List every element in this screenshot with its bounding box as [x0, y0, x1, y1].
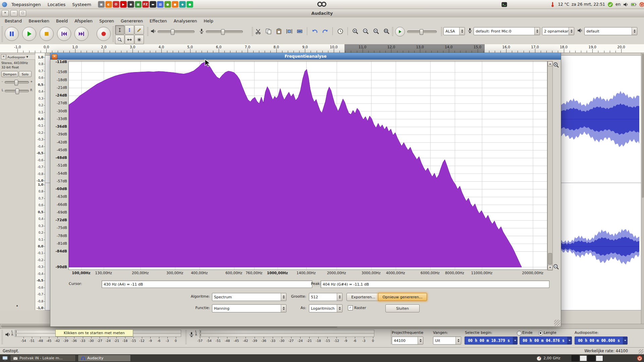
length-radio[interactable]	[538, 331, 543, 336]
zoom-out-icon[interactable]	[362, 27, 370, 35]
audio-position-arrow-icon[interactable]	[623, 337, 627, 344]
terminal-icon[interactable]	[501, 2, 507, 7]
play-speed-thumb[interactable]	[420, 29, 423, 35]
track-collapse-button[interactable]: ▴	[12, 304, 22, 307]
workspace-4[interactable]	[596, 355, 603, 361]
end-radio[interactable]	[517, 331, 522, 336]
audio-host-arrows-icon[interactable]	[459, 27, 465, 35]
text-editor-icon[interactable]: ▤	[157, 1, 164, 8]
selection-start-arrow-icon[interactable]	[513, 337, 517, 344]
copy-icon[interactable]	[264, 27, 272, 35]
plot-scrollbar-thumb[interactable]	[548, 253, 552, 264]
youtube-icon[interactable]: ▶	[120, 1, 127, 8]
volume-icon[interactable]	[623, 2, 629, 7]
firefox-icon[interactable]: ◐	[105, 1, 112, 8]
zoom-tool-button[interactable]	[115, 35, 124, 44]
plot-zoom-in-icon[interactable]	[553, 62, 559, 68]
camera-icon[interactable]: ◉	[127, 1, 134, 8]
distributor-logo-icon[interactable]	[2, 2, 7, 7]
input-device-arrows-icon[interactable]	[534, 27, 540, 35]
workspace-2[interactable]	[580, 355, 587, 361]
size-select[interactable]: 512	[309, 293, 342, 301]
recording-meter-grip[interactable]	[185, 330, 187, 345]
spectrum-plot[interactable]	[68, 61, 547, 270]
tools-toolbar-grip[interactable]	[112, 26, 114, 42]
dialog-titlebar[interactable]: Frequentieanalyse	[50, 53, 561, 60]
taskbar-window-mail[interactable]: Postvak IN - Lokale m...	[10, 355, 76, 362]
menu-genereren[interactable]: Genereren	[117, 18, 146, 24]
teal-app-icon[interactable]: ◆	[179, 1, 186, 8]
ubuntuone-icon[interactable]: ●	[172, 1, 178, 8]
vertical-ruler[interactable]: 1,00,80,70,60,50,40,30,20,10,0-0,1-0,2-0…	[35, 53, 45, 310]
play-button[interactable]	[22, 27, 36, 41]
window-titlebar[interactable]: ✕ — ▢ Audacity	[0, 9, 644, 18]
project-rate-arrows-icon[interactable]	[418, 337, 423, 344]
input-volume-thumb[interactable]	[221, 29, 225, 35]
panel-menu-toepassingen[interactable]: Toepassingen	[8, 1, 44, 8]
redo-icon[interactable]	[321, 27, 329, 35]
peak-readout-field[interactable]: 404 Hz (G#4) = -11,1 dB	[321, 281, 549, 288]
power-icon[interactable]	[639, 2, 644, 7]
trim-icon[interactable]	[285, 27, 293, 35]
pause-button[interactable]	[5, 27, 19, 41]
plot-scroll-up-icon[interactable]: ▲	[548, 61, 552, 66]
recording-meter[interactable]: L R -57-54-51-48-45-42-39-36-33-30-27-24…	[185, 329, 389, 347]
menu-bewerken[interactable]: Bewerken	[25, 18, 53, 24]
play-speed-slider[interactable]	[407, 31, 437, 33]
taskbar-window-audacity[interactable]: Audacity	[78, 355, 131, 362]
pan-slider-thumb[interactable]	[15, 88, 19, 94]
transport-toolbar-grip[interactable]	[1, 26, 3, 42]
menu-effecten[interactable]: Effecten	[146, 18, 170, 24]
menu-afspelen[interactable]: Afspelen	[71, 18, 96, 24]
mute-button[interactable]: Dempen	[1, 71, 18, 77]
transcription-toolbar-grip[interactable]	[392, 27, 393, 36]
undo-icon[interactable]	[311, 27, 319, 35]
opera-icon[interactable]: O	[113, 1, 119, 8]
filezilla-icon[interactable]: FZ	[142, 1, 149, 8]
track-name-menu[interactable]: Audiospoor ▼	[6, 54, 35, 60]
solo-button[interactable]: Solo	[19, 71, 32, 77]
paste-icon[interactable]	[275, 27, 283, 35]
show-desktop-icon[interactable]	[2, 355, 8, 361]
audio-position-field[interactable]: 00 h 00 m 00.000 s	[575, 337, 628, 345]
plot-scrollbar[interactable]: ▲ ▼	[547, 61, 553, 270]
vertical-scrollbar[interactable]	[641, 53, 644, 324]
output-device-select[interactable]: default	[584, 27, 637, 35]
workspace-3[interactable]	[588, 355, 595, 361]
dialog-resize-grip[interactable]	[554, 320, 560, 326]
menu-analyseren[interactable]: Analyseren	[170, 18, 201, 24]
spotify-icon[interactable]: ●	[186, 1, 193, 8]
draw-tool-button[interactable]	[135, 25, 144, 35]
menu-help[interactable]: Help	[200, 18, 217, 24]
axis-arrows-icon[interactable]	[337, 305, 342, 312]
output-volume-thumb[interactable]	[171, 29, 174, 35]
function-select[interactable]: Hanning	[212, 304, 286, 312]
size-arrows-icon[interactable]	[337, 293, 342, 301]
fit-selection-icon[interactable]	[372, 27, 380, 35]
input-channels-select[interactable]: 2 opnamekan...	[542, 27, 574, 35]
link-time-icon[interactable]	[336, 27, 344, 35]
calculator-icon[interactable]: ▦	[135, 1, 142, 8]
silence-icon[interactable]	[296, 27, 304, 35]
panel-menu-systeem[interactable]: Systeem	[69, 1, 94, 8]
input-volume-slider[interactable]	[206, 31, 243, 33]
menu-sporen[interactable]: Sporen	[96, 18, 117, 24]
input-device-select[interactable]: default: Front Mic:0	[474, 27, 540, 35]
snap-select[interactable]: Uit	[433, 337, 461, 345]
zoom-in-icon[interactable]	[351, 27, 359, 35]
selection-tool-button[interactable]	[115, 25, 124, 35]
stop-button[interactable]	[40, 27, 54, 41]
pan-slider[interactable]	[5, 90, 29, 92]
export-button[interactable]: Exporteren...	[346, 293, 380, 301]
device-toolbar-grip[interactable]	[441, 27, 442, 36]
axis-select[interactable]: Logaritmisch	[309, 304, 342, 312]
envelope-tool-button[interactable]	[125, 25, 134, 35]
project-rate-select[interactable]: 44100	[392, 337, 423, 345]
vertical-scrollbar-thumb[interactable]	[642, 54, 644, 198]
track-close-button[interactable]: ✕	[1, 54, 6, 59]
audio-host-select[interactable]: ALSA	[443, 27, 465, 35]
edit-toolbar-grip[interactable]	[252, 27, 253, 36]
cursor-readout-field[interactable]: 430 Hz (A4) = -11 dB	[102, 281, 312, 288]
workspace-1[interactable]	[572, 355, 579, 361]
playback-meter-grip[interactable]	[1, 330, 3, 345]
